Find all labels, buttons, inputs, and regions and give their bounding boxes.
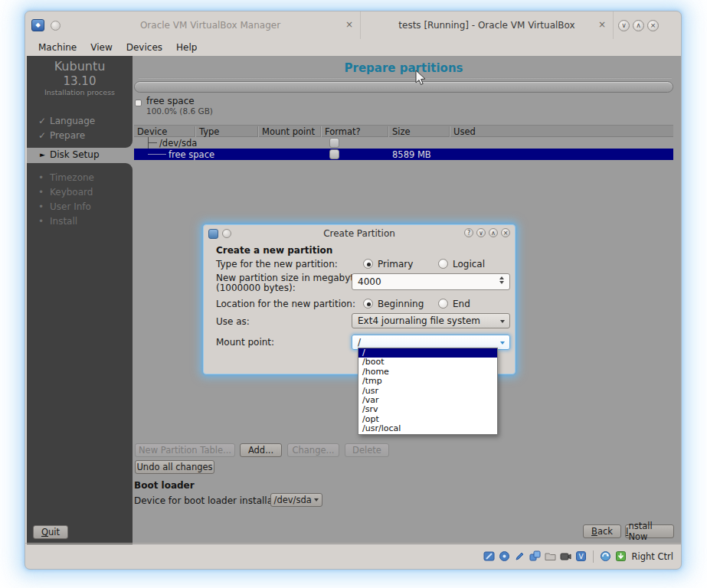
add-button[interactable]: Add...	[240, 443, 282, 457]
install-now-button[interactable]: Install Now	[625, 524, 674, 538]
chevron-down-icon	[314, 498, 319, 501]
tab-virtualbox-manager[interactable]: Oracle VM VirtualBox Manager ×	[61, 11, 361, 39]
chevron-down-icon	[500, 320, 505, 323]
new-partition-table-button[interactable]: New Partition Table...	[135, 443, 235, 457]
col-device[interactable]: Device	[137, 126, 167, 137]
keyboard-capture-icon[interactable]	[615, 550, 627, 562]
table-row-dev-sda[interactable]: /dev/sda	[134, 137, 673, 149]
size-spinbox[interactable]: 4000	[352, 273, 510, 290]
host-key-label: Right Ctrl	[632, 551, 673, 562]
statusbar-separator	[593, 550, 594, 563]
boot-device-select[interactable]: /dev/sda	[270, 493, 322, 507]
radio-logical-label[interactable]: Logical	[453, 259, 485, 270]
dropdown-option-usr[interactable]: /usr	[358, 387, 497, 396]
mouse-integration-icon[interactable]	[600, 550, 611, 562]
vm-display: Kubuntu 13.10 Installation process ✓ Lan…	[27, 56, 681, 544]
window-close-button[interactable]: ×	[647, 20, 659, 31]
legend-swatch	[135, 100, 142, 106]
tab-close-icon[interactable]: ×	[345, 19, 353, 30]
dropdown-option-usr-local[interactable]: /usr/local	[358, 424, 497, 433]
bullet-icon: •	[38, 201, 44, 212]
menubar: Machine View Devices Help	[25, 39, 681, 56]
use-as-label: Use as:	[216, 316, 250, 327]
col-size[interactable]: Size	[392, 126, 411, 137]
virtualization-icon[interactable]: V	[575, 550, 587, 562]
window-controls: ∨ ∧ ×	[618, 20, 659, 31]
video-icon[interactable]	[560, 550, 571, 562]
harddisk-icon[interactable]	[483, 550, 495, 562]
col-mount-point[interactable]: Mount point	[262, 126, 315, 137]
dropdown-option-tmp[interactable]: /tmp	[358, 377, 497, 386]
window-menu-button[interactable]	[51, 21, 61, 31]
col-type[interactable]: Type	[199, 126, 219, 137]
title-separator	[139, 77, 672, 79]
menu-machine[interactable]: Machine	[31, 42, 83, 53]
folder-icon[interactable]	[545, 550, 556, 562]
dropdown-option-home[interactable]: /home	[358, 368, 497, 377]
arrow-right-icon: ►	[40, 151, 45, 158]
format-checkbox[interactable]	[329, 149, 339, 159]
radio-logical[interactable]	[438, 259, 448, 269]
spin-down-icon[interactable]	[499, 281, 504, 284]
table-row-free-space-selected[interactable]: free space 8589 MB	[134, 149, 673, 160]
window-shade-button[interactable]: ∨	[618, 20, 630, 31]
dialog-help-button[interactable]: ?	[464, 228, 473, 237]
legend-detail: 100.0% (8.6 GB)	[146, 106, 213, 116]
dialog-close-button[interactable]: ×	[501, 228, 510, 237]
dialog-heading: Create a new partition	[216, 245, 332, 256]
tree-line	[148, 142, 157, 143]
menu-devices[interactable]: Devices	[119, 42, 169, 53]
dropdown-option-root[interactable]: /	[358, 348, 497, 358]
tab-vm-tests-running[interactable]: tests [Running] - Oracle VM VirtualBox ×	[361, 11, 614, 39]
vm-statusbar: V Right Ctrl	[25, 543, 681, 569]
distro-version: 13.10	[27, 74, 133, 88]
size-label-line2: (1000000 bytes):	[216, 283, 296, 293]
distro-name: Kubuntu	[27, 59, 133, 74]
partition-visual-bar[interactable]	[134, 81, 673, 93]
radio-beginning-label[interactable]: Beginning	[378, 299, 424, 309]
chevron-down-icon	[500, 341, 505, 345]
dialog-controls: ? ∨ ∧ ×	[464, 228, 510, 237]
radio-primary-label[interactable]: Primary	[378, 259, 413, 270]
spinner-arrows[interactable]	[497, 276, 506, 284]
col-format[interactable]: Format?	[325, 126, 361, 137]
menu-help[interactable]: Help	[169, 42, 204, 53]
window-maximize-button[interactable]: ∧	[633, 20, 644, 31]
back-button[interactable]: Back	[583, 524, 621, 538]
pencil-icon[interactable]	[514, 550, 525, 562]
dialog-shade-button[interactable]: ∨	[476, 228, 486, 237]
window-titlebar: ◆ Oracle VM VirtualBox Manager × tests […	[25, 11, 681, 39]
menu-view[interactable]: View	[83, 42, 119, 53]
radio-primary[interactable]	[363, 259, 373, 269]
type-label: Type for the new partition:	[216, 259, 338, 270]
partition-table: Device Type Mount point Format? Size Use…	[134, 125, 673, 160]
spin-up-icon[interactable]	[499, 276, 504, 279]
bullet-icon: •	[38, 216, 44, 227]
network-icon[interactable]	[529, 550, 541, 562]
dropdown-option-opt[interactable]: /opt	[358, 415, 497, 424]
change-button[interactable]: Change...	[287, 443, 339, 457]
use-as-select[interactable]: Ext4 journaling file system	[352, 313, 510, 328]
legend-label: free space	[146, 96, 195, 106]
radio-end[interactable]	[438, 299, 448, 309]
dropdown-option-boot[interactable]: /boot	[358, 358, 497, 367]
size-value: 4000	[358, 276, 381, 287]
radio-beginning[interactable]	[363, 299, 373, 309]
dialog-maximize-button[interactable]: ∧	[489, 228, 498, 237]
tab-label: tests [Running] - Oracle VM VirtualBox	[398, 20, 574, 31]
delete-button[interactable]: Delete	[345, 443, 389, 457]
radio-end-label[interactable]: End	[453, 299, 470, 309]
col-used[interactable]: Used	[453, 126, 476, 137]
optical-disc-icon[interactable]	[499, 550, 510, 562]
tab-label: Oracle VM VirtualBox Manager	[140, 20, 280, 31]
undo-all-changes-button[interactable]: Undo all changes	[135, 460, 214, 474]
format-checkbox[interactable]	[329, 138, 339, 148]
tab-close-icon[interactable]: ×	[598, 19, 606, 30]
dialog-titlebar[interactable]: Create Partition ? ∨ ∧ ×	[204, 225, 515, 242]
sidebar-upper-panel: Kubuntu 13.10 Installation process ✓ Lan…	[27, 56, 133, 148]
location-label: Location for the new partition:	[216, 299, 355, 309]
quit-button[interactable]: Quit	[33, 525, 68, 539]
dropdown-option-var[interactable]: /var	[358, 396, 497, 405]
mouse-cursor	[414, 70, 427, 87]
dropdown-option-srv[interactable]: /srv	[358, 405, 497, 414]
